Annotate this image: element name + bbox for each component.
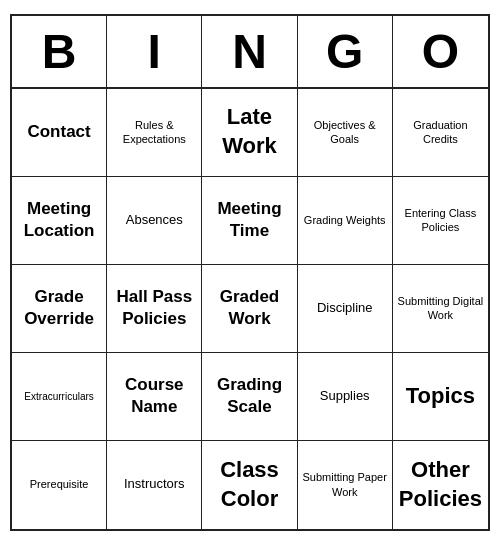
bingo-cell-9[interactable]: Entering Class Policies xyxy=(393,177,488,265)
cell-text-14: Submitting Digital Work xyxy=(397,294,484,323)
cell-text-5: Meeting Location xyxy=(16,198,102,242)
cell-text-6: Absences xyxy=(126,212,183,229)
cell-text-23: Submitting Paper Work xyxy=(302,470,388,499)
letter-i: I xyxy=(107,16,202,87)
bingo-cell-19[interactable]: Topics xyxy=(393,353,488,441)
cell-text-3: Objectives & Goals xyxy=(302,118,388,147)
cell-text-12: Graded Work xyxy=(206,286,292,330)
bingo-card: B I N G O ContactRules & ExpectationsLat… xyxy=(10,14,490,531)
cell-text-0: Contact xyxy=(27,121,90,143)
bingo-cell-24[interactable]: Other Policies xyxy=(393,441,488,529)
bingo-cell-13[interactable]: Discipline xyxy=(298,265,393,353)
cell-text-17: Grading Scale xyxy=(206,374,292,418)
bingo-cell-0[interactable]: Contact xyxy=(12,89,107,177)
bingo-cell-5[interactable]: Meeting Location xyxy=(12,177,107,265)
bingo-cell-6[interactable]: Absences xyxy=(107,177,202,265)
cell-text-20: Prerequisite xyxy=(30,477,89,491)
cell-text-15: Extracurriculars xyxy=(24,390,93,403)
bingo-cell-8[interactable]: Grading Weights xyxy=(298,177,393,265)
bingo-grid: ContactRules & ExpectationsLate WorkObje… xyxy=(12,89,488,529)
cell-text-10: Grade Override xyxy=(16,286,102,330)
bingo-cell-21[interactable]: Instructors xyxy=(107,441,202,529)
cell-text-19: Topics xyxy=(406,382,475,411)
cell-text-2: Late Work xyxy=(206,103,292,160)
cell-text-9: Entering Class Policies xyxy=(397,206,484,235)
letter-b: B xyxy=(12,16,107,87)
bingo-header: B I N G O xyxy=(12,16,488,89)
cell-text-18: Supplies xyxy=(320,388,370,405)
cell-text-13: Discipline xyxy=(317,300,373,317)
cell-text-7: Meeting Time xyxy=(206,198,292,242)
letter-o: O xyxy=(393,16,488,87)
bingo-cell-7[interactable]: Meeting Time xyxy=(202,177,297,265)
cell-text-22: Class Color xyxy=(206,456,292,513)
bingo-cell-20[interactable]: Prerequisite xyxy=(12,441,107,529)
letter-n: N xyxy=(202,16,297,87)
bingo-cell-16[interactable]: Course Name xyxy=(107,353,202,441)
cell-text-16: Course Name xyxy=(111,374,197,418)
bingo-cell-4[interactable]: Graduation Credits xyxy=(393,89,488,177)
bingo-cell-15[interactable]: Extracurriculars xyxy=(12,353,107,441)
cell-text-8: Grading Weights xyxy=(304,213,386,227)
cell-text-11: Hall Pass Policies xyxy=(111,286,197,330)
bingo-cell-17[interactable]: Grading Scale xyxy=(202,353,297,441)
bingo-cell-1[interactable]: Rules & Expectations xyxy=(107,89,202,177)
bingo-cell-12[interactable]: Graded Work xyxy=(202,265,297,353)
letter-g: G xyxy=(298,16,393,87)
cell-text-24: Other Policies xyxy=(397,456,484,513)
cell-text-1: Rules & Expectations xyxy=(111,118,197,147)
bingo-cell-11[interactable]: Hall Pass Policies xyxy=(107,265,202,353)
bingo-cell-18[interactable]: Supplies xyxy=(298,353,393,441)
bingo-cell-14[interactable]: Submitting Digital Work xyxy=(393,265,488,353)
bingo-cell-3[interactable]: Objectives & Goals xyxy=(298,89,393,177)
bingo-cell-22[interactable]: Class Color xyxy=(202,441,297,529)
bingo-cell-10[interactable]: Grade Override xyxy=(12,265,107,353)
cell-text-21: Instructors xyxy=(124,476,185,493)
bingo-cell-23[interactable]: Submitting Paper Work xyxy=(298,441,393,529)
cell-text-4: Graduation Credits xyxy=(397,118,484,147)
bingo-cell-2[interactable]: Late Work xyxy=(202,89,297,177)
